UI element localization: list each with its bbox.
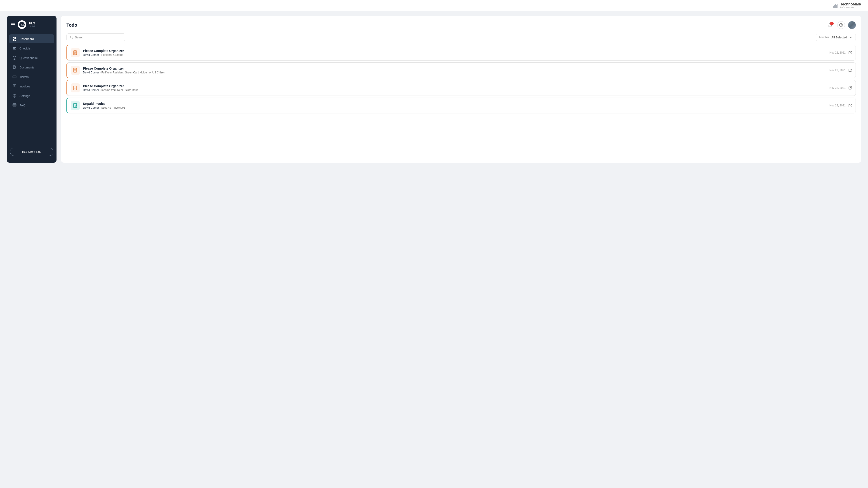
svg-point-25: [14, 95, 15, 96]
invoice-icon: [73, 103, 78, 108]
external-link-icon: [848, 104, 852, 107]
todo-item: Please Complete Organizer Devid Corner -…: [66, 62, 856, 78]
svg-text:?: ?: [840, 24, 842, 27]
todo-detail: Income from Real Estate Rent: [101, 89, 138, 92]
sidebar-nav: Dashboard Checklist ?: [7, 34, 57, 143]
todo-meta: Nov 22, 2021: [830, 104, 852, 107]
todo-meta: Nov 22, 2021: [830, 51, 852, 55]
user-avatar[interactable]: [848, 21, 856, 29]
search-icon: [70, 35, 73, 39]
toolbar: Member All Selected: [66, 33, 856, 41]
sidebar-item-label: Dashboard: [20, 37, 34, 41]
todo-date: Nov 22, 2021: [830, 86, 846, 90]
todo-detail: Full Year Resident, Green Card Holder, o…: [101, 71, 165, 74]
sidebar-item-dashboard[interactable]: Dashboard: [9, 34, 54, 43]
logo-circle: HLS: [18, 20, 26, 29]
sidebar-item-checklist[interactable]: Checklist: [9, 44, 54, 53]
todo-open-button[interactable]: [848, 104, 852, 107]
main-content: Todo 2 ?: [61, 16, 861, 163]
top-bar: TechnoMark Let's Innovate: [0, 0, 868, 11]
organizer-icon-wrap: [71, 48, 80, 57]
todo-person: Devid Corner: [83, 89, 99, 92]
member-filter-label: Member: [819, 36, 829, 39]
svg-rect-3: [836, 5, 837, 8]
sidebar-footer: HLS Client Side: [7, 143, 57, 158]
sidebar-item-label: Settings: [20, 94, 30, 98]
member-filter[interactable]: Member All Selected: [816, 34, 856, 41]
svg-rect-7: [13, 37, 14, 38]
external-link-icon: [848, 68, 852, 72]
sidebar-item-invoices[interactable]: Invoices: [9, 82, 54, 91]
sidebar-item-tickets[interactable]: Tickets: [9, 72, 54, 81]
svg-line-33: [72, 38, 73, 39]
todo-item: Please Complete Organizer Devid Corner -…: [66, 45, 856, 61]
questionnaire-icon: ?: [12, 56, 17, 60]
organizer-icon-wrap: [71, 84, 80, 92]
sidebar-item-faq[interactable]: FAQ: [9, 101, 54, 110]
svg-text:HLS: HLS: [20, 24, 24, 26]
sidebar-item-label: Documents: [20, 66, 34, 69]
todo-open-button[interactable]: [848, 68, 852, 72]
todo-person: Devid Corner: [83, 106, 99, 109]
external-link-icon: [848, 51, 852, 55]
todo-title: Please Complete Organizer: [83, 67, 827, 70]
todo-person: Devid Corner: [83, 53, 99, 57]
todo-body: Please Complete Organizer Devid Corner -…: [83, 84, 827, 92]
sidebar-item-label: Tickets: [20, 75, 29, 78]
sidebar-item-questionnaire[interactable]: ? Questionnaire: [9, 53, 54, 62]
svg-text:?: ?: [14, 57, 15, 59]
sidebar-item-label: Checklist: [20, 47, 31, 50]
svg-rect-0: [833, 6, 834, 8]
todo-subtitle: Devid Corner - Full Year Resident, Green…: [83, 71, 827, 74]
page-header: Todo 2 ?: [66, 21, 856, 29]
external-link-icon: [848, 86, 852, 90]
todo-open-button[interactable]: [848, 51, 852, 55]
brand-name: TechnoMark Let's Innovate: [840, 2, 861, 9]
help-icon: ?: [839, 23, 843, 27]
invoice-icon-wrap: [71, 101, 80, 110]
help-button[interactable]: ?: [837, 21, 845, 29]
search-input[interactable]: [75, 36, 122, 39]
notification-badge: 2: [830, 22, 834, 25]
organizer-icon-wrap: [71, 66, 80, 75]
todo-item: Unpaid Invoice Devid Corner - $199.42 - …: [66, 98, 856, 113]
todo-list: Please Complete Organizer Devid Corner -…: [66, 45, 856, 113]
documents-icon: [12, 65, 17, 70]
notification-button[interactable]: 2: [827, 21, 834, 29]
todo-meta: Nov 22, 2021: [830, 86, 852, 90]
todo-date: Nov 22, 2021: [830, 69, 846, 72]
faq-icon: [12, 103, 17, 107]
client-side-button[interactable]: HLS Client Side: [10, 148, 53, 156]
svg-rect-9: [14, 37, 16, 39]
todo-subtitle: Devid Corner - Income from Real Estate R…: [83, 89, 827, 92]
svg-rect-8: [13, 39, 14, 41]
todo-body: Please Complete Organizer Devid Corner -…: [83, 67, 827, 74]
sidebar-item-settings[interactable]: Settings: [9, 91, 54, 100]
todo-detail: $199.42 - Invoice#1: [101, 106, 125, 109]
sidebar-item-label: FAQ: [20, 104, 25, 107]
svg-rect-10: [14, 40, 16, 41]
sidebar-item-documents[interactable]: Documents: [9, 63, 54, 72]
organizer-icon: [73, 68, 78, 73]
todo-subtitle: Devid Corner - Personal & Status: [83, 53, 827, 57]
todo-item: Please Complete Organizer Devid Corner -…: [66, 80, 856, 96]
brand: TechnoMark Let's Innovate: [833, 2, 861, 9]
logo-text: HLS Global: [29, 22, 35, 28]
chevron-down-icon: [849, 36, 852, 39]
search-box[interactable]: [66, 33, 125, 41]
hamburger-menu[interactable]: [11, 23, 15, 26]
todo-title: Please Complete Organizer: [83, 84, 827, 88]
sidebar-item-label: Invoices: [20, 85, 30, 88]
todo-date: Nov 22, 2021: [830, 104, 846, 107]
page-title: Todo: [66, 23, 77, 28]
brand-icon: [833, 3, 838, 8]
sidebar-header: HLS HLS Global: [7, 20, 57, 34]
avatar-image: [848, 21, 856, 29]
todo-person: Devid Corner: [83, 71, 99, 74]
checklist-icon: [12, 46, 17, 51]
svg-rect-20: [13, 76, 16, 78]
settings-icon: [12, 94, 17, 98]
todo-open-button[interactable]: [848, 86, 852, 90]
todo-title: Unpaid Invoice: [83, 102, 827, 105]
sidebar: HLS HLS Global Dashboard: [7, 16, 57, 163]
